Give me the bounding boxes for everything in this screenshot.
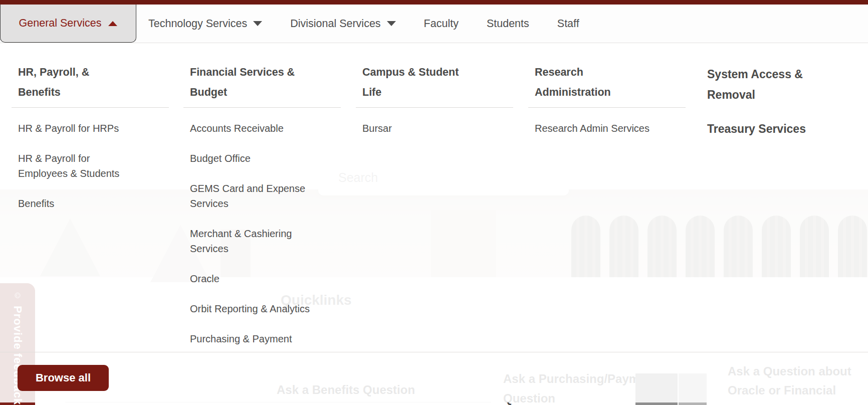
category-link-treasury-services[interactable]: Treasury Services xyxy=(707,122,868,136)
menu-link-hr-payroll-employees-students[interactable]: HR & Payroll for Employees & Students xyxy=(18,151,139,181)
category-line: Financial Services & xyxy=(190,62,351,82)
menu-link-orbit-reporting[interactable]: Orbit Reporting & Analytics xyxy=(190,301,311,316)
menu-column-system-access-treasury: System Access & Removal Treasury Service… xyxy=(707,62,868,136)
column-divider xyxy=(183,107,341,108)
primary-nav: General Services Technology Services Div… xyxy=(0,5,868,43)
column-divider xyxy=(528,107,686,108)
menu-column-campus-student-life: Campus & Student Life Bursar xyxy=(362,62,524,151)
category-line: HR, Payroll, & xyxy=(18,62,179,82)
menu-link-benefits[interactable]: Benefits xyxy=(18,196,139,211)
column-divider xyxy=(356,107,513,108)
menu-link-hr-payroll-hrps[interactable]: HR & Payroll for HRPs xyxy=(18,121,139,136)
menu-link-purchasing-payment[interactable]: Purchasing & Payment xyxy=(190,331,311,346)
nav-item-label: Divisional Services xyxy=(290,18,380,30)
category-link-system-access-removal[interactable]: System Access & Removal xyxy=(707,64,868,105)
menu-bottom-divider xyxy=(0,352,868,352)
caret-up-icon xyxy=(108,21,117,26)
nav-item-label: General Services xyxy=(19,17,102,30)
nav-item-label: Faculty xyxy=(424,18,459,30)
category-link-campus-student-life[interactable]: Campus & Student Life xyxy=(362,62,524,102)
menu-column-hr-payroll-benefits: HR, Payroll, & Benefits HR & Payroll for… xyxy=(18,62,179,226)
menu-link-research-admin-services[interactable]: Research Admin Services xyxy=(535,121,656,136)
nav-item-staff[interactable]: Staff xyxy=(557,18,579,30)
top-accent-bar xyxy=(0,0,868,5)
category-line: Campus & Student xyxy=(362,62,524,82)
category-link-hr-payroll-benefits[interactable]: HR, Payroll, & Benefits xyxy=(18,62,179,102)
category-link-research-administration[interactable]: Research Administration xyxy=(535,62,696,102)
category-line: Removal xyxy=(707,85,868,105)
category-line: Administration xyxy=(535,82,696,102)
browse-all-button[interactable]: Browse all xyxy=(18,365,109,391)
nav-item-label: Staff xyxy=(557,18,579,30)
nav-item-label: Students xyxy=(487,18,529,30)
menu-link-bursar[interactable]: Bursar xyxy=(362,121,484,136)
nav-item-technology-services[interactable]: Technology Services xyxy=(148,18,262,30)
column-divider xyxy=(12,107,169,108)
nav-item-label: Technology Services xyxy=(148,18,247,30)
menu-link-gems-card[interactable]: GEMS Card and Expense Services xyxy=(190,181,311,211)
nav-item-faculty[interactable]: Faculty xyxy=(424,18,459,30)
nav-item-students[interactable]: Students xyxy=(487,18,529,30)
nav-items: Technology Services Divisional Services … xyxy=(148,18,579,30)
menu-link-oracle[interactable]: Oracle xyxy=(190,271,311,286)
general-services-mega-menu: HR, Payroll, & Benefits HR & Payroll for… xyxy=(0,0,868,405)
nav-item-general-services[interactable]: General Services xyxy=(0,5,136,43)
menu-link-accounts-receivable[interactable]: Accounts Receivable xyxy=(190,121,311,136)
caret-down-icon xyxy=(387,21,396,26)
category-link-financial-services-budget[interactable]: Financial Services & Budget xyxy=(190,62,351,102)
nav-item-divisional-services[interactable]: Divisional Services xyxy=(290,18,395,30)
screen: Quicklinks Ask a Benefits Question Reque… xyxy=(0,0,868,405)
menu-column-research-administration: Research Administration Research Admin S… xyxy=(535,62,696,151)
category-line: Benefits xyxy=(18,82,179,102)
category-line: Budget xyxy=(190,82,351,102)
category-line: System Access & xyxy=(707,64,868,85)
menu-link-merchant-cashiering[interactable]: Merchant & Cashiering Services xyxy=(190,226,311,256)
caret-down-icon xyxy=(253,21,262,26)
menu-link-budget-office[interactable]: Budget Office xyxy=(190,151,311,166)
category-line: Research xyxy=(535,62,696,82)
category-line: Life xyxy=(362,82,524,102)
menu-column-financial-services-budget: Financial Services & Budget Accounts Rec… xyxy=(190,62,351,361)
